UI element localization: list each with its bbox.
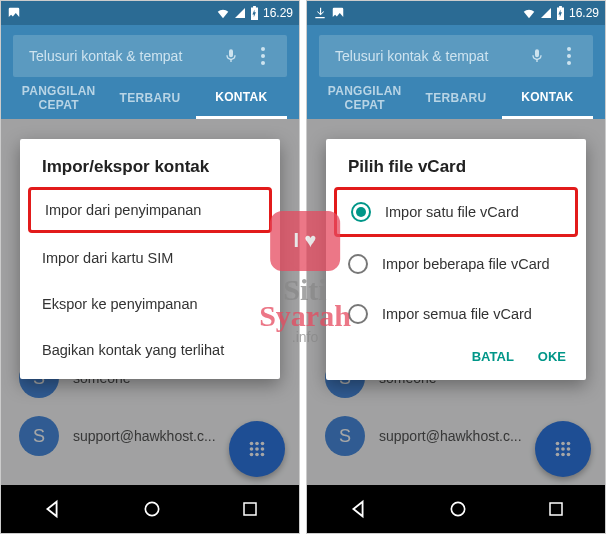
image-icon bbox=[7, 6, 21, 20]
nav-bar bbox=[307, 485, 605, 533]
vcard-dialog: Pilih file vCard Impor satu file vCard I… bbox=[326, 139, 586, 380]
home-icon[interactable] bbox=[448, 499, 468, 519]
back-icon[interactable] bbox=[347, 498, 369, 520]
wifi-icon bbox=[216, 6, 230, 20]
search-placeholder: Telusuri kontak & tempat bbox=[327, 48, 521, 64]
download-icon bbox=[313, 6, 327, 20]
option-label: Impor satu file vCard bbox=[385, 204, 519, 220]
mic-icon[interactable] bbox=[521, 46, 553, 66]
recent-apps-icon[interactable] bbox=[241, 500, 259, 518]
svg-point-1 bbox=[261, 54, 265, 58]
status-bar: 16.29 bbox=[1, 1, 299, 25]
more-icon[interactable] bbox=[247, 47, 279, 65]
signal-icon bbox=[540, 7, 552, 19]
search-placeholder: Telusuri kontak & tempat bbox=[21, 48, 215, 64]
option-import-storage[interactable]: Impor dari penyimpanan bbox=[28, 187, 272, 233]
ok-button[interactable]: OKE bbox=[538, 349, 566, 364]
option-import-multiple-vcard[interactable]: Impor beberapa file vCard bbox=[326, 239, 586, 289]
tab-speed-dial[interactable]: PANGGILAN CEPAT bbox=[319, 72, 410, 124]
recent-apps-icon[interactable] bbox=[547, 500, 565, 518]
tabs: PANGGILAN CEPAT TERBARU KONTAK bbox=[319, 77, 593, 119]
search-box[interactable]: Telusuri kontak & tempat bbox=[319, 35, 593, 77]
status-time: 16.29 bbox=[569, 6, 599, 20]
tabs: PANGGILAN CEPAT TERBARU KONTAK bbox=[13, 77, 287, 119]
dialog-title: Impor/ekspor kontak bbox=[20, 157, 280, 185]
cancel-button[interactable]: BATAL bbox=[472, 349, 514, 364]
svg-point-14 bbox=[567, 47, 571, 51]
tab-speed-dial[interactable]: PANGGILAN CEPAT bbox=[13, 72, 104, 124]
battery-icon bbox=[250, 6, 259, 20]
svg-point-26 bbox=[451, 502, 464, 515]
option-import-single-vcard[interactable]: Impor satu file vCard bbox=[334, 187, 578, 237]
back-icon[interactable] bbox=[41, 498, 63, 520]
svg-rect-27 bbox=[550, 503, 562, 515]
nav-bar bbox=[1, 485, 299, 533]
radio-icon bbox=[351, 202, 371, 222]
header: Telusuri kontak & tempat PANGGILAN CEPAT… bbox=[1, 25, 299, 119]
svg-point-0 bbox=[261, 47, 265, 51]
mic-icon[interactable] bbox=[215, 46, 247, 66]
more-icon[interactable] bbox=[553, 47, 585, 65]
svg-point-16 bbox=[567, 61, 571, 65]
header: Telusuri kontak & tempat PANGGILAN CEPAT… bbox=[307, 25, 605, 119]
option-import-sim[interactable]: Impor dari kartu SIM bbox=[20, 235, 280, 281]
tab-recent[interactable]: TERBARU bbox=[104, 79, 195, 117]
svg-point-15 bbox=[567, 54, 571, 58]
dialog-title: Pilih file vCard bbox=[326, 157, 586, 185]
svg-point-12 bbox=[145, 502, 158, 515]
signal-icon bbox=[234, 7, 246, 19]
status-time: 16.29 bbox=[263, 6, 293, 20]
import-export-dialog: Impor/ekspor kontak Impor dari penyimpan… bbox=[20, 139, 280, 379]
status-bar: 16.29 bbox=[307, 1, 605, 25]
tab-contacts[interactable]: KONTAK bbox=[196, 78, 287, 119]
home-icon[interactable] bbox=[142, 499, 162, 519]
option-export-storage[interactable]: Ekspor ke penyimpanan bbox=[20, 281, 280, 327]
dialog-overlay: Impor/ekspor kontak Impor dari penyimpan… bbox=[1, 119, 299, 485]
option-label: Impor semua file vCard bbox=[382, 306, 532, 322]
option-import-all-vcard[interactable]: Impor semua file vCard bbox=[326, 289, 586, 339]
tab-recent[interactable]: TERBARU bbox=[410, 79, 501, 117]
radio-icon bbox=[348, 304, 368, 324]
option-share-visible[interactable]: Bagikan kontak yang terlihat bbox=[20, 327, 280, 373]
image-icon bbox=[331, 6, 345, 20]
search-box[interactable]: Telusuri kontak & tempat bbox=[13, 35, 287, 77]
phone-right: 16.29 Telusuri kontak & tempat PANGGILAN… bbox=[306, 0, 606, 534]
dialog-overlay: Pilih file vCard Impor satu file vCard I… bbox=[307, 119, 605, 485]
phone-left: 16.29 Telusuri kontak & tempat PANGGILAN… bbox=[0, 0, 300, 534]
tab-contacts[interactable]: KONTAK bbox=[502, 78, 593, 119]
svg-rect-13 bbox=[244, 503, 256, 515]
wifi-icon bbox=[522, 6, 536, 20]
dialog-buttons: BATAL OKE bbox=[326, 339, 586, 374]
radio-icon bbox=[348, 254, 368, 274]
option-label: Impor beberapa file vCard bbox=[382, 256, 550, 272]
battery-icon bbox=[556, 6, 565, 20]
svg-point-2 bbox=[261, 61, 265, 65]
